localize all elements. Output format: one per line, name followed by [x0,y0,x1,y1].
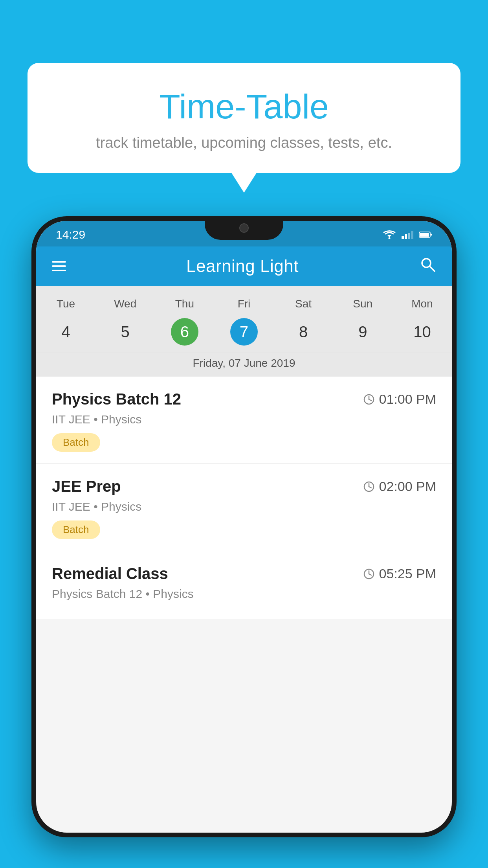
schedule-item-3-time: 05:25 PM [363,566,436,581]
schedule-item-2-subtitle: IIT JEE • Physics [52,500,436,513]
day-header-sat: Sat [274,298,333,310]
svg-rect-4 [408,233,410,239]
selected-date-label: Friday, 07 June 2019 [36,353,452,377]
schedule-item-1-header: Physics Batch 12 01:00 PM [52,390,436,408]
speech-bubble-title: Time-Table [43,86,445,127]
schedule-item-2-time: 02:00 PM [363,479,436,494]
speech-bubble-subtitle: track timetable, upcoming classes, tests… [43,134,445,151]
day-header-sun: Sun [333,298,393,310]
clock-icon-3 [363,568,375,580]
schedule-list: Physics Batch 12 01:00 PM IIT JEE • Phys… [36,377,452,620]
schedule-item-2-badge: Batch [52,520,100,539]
svg-point-1 [389,237,391,239]
phone-frame: 14:29 [31,216,457,837]
hamburger-line-2 [52,265,66,267]
schedule-item-3-header: Remedial Class 05:25 PM [52,565,436,583]
hamburger-line-1 [52,261,66,263]
day-header-mon: Mon [393,298,452,310]
phone-screen: 14:29 [36,221,452,833]
hamburger-line-3 [52,270,66,271]
status-time: 14:29 [56,228,85,241]
schedule-item-2-title: JEE Prep [52,478,121,495]
signal-icon [401,230,414,239]
svg-rect-3 [405,234,407,239]
day-header-wed: Wed [95,298,155,310]
day-header-fri: Fri [214,298,273,310]
day-7-selected[interactable]: 7 [230,318,258,346]
app-title: Learning Light [186,256,299,276]
speech-bubble-card: Time-Table track timetable, upcoming cla… [28,63,460,173]
svg-rect-2 [402,236,404,239]
svg-line-16 [369,487,371,488]
svg-rect-5 [411,231,413,239]
svg-point-9 [422,259,431,267]
schedule-item-3[interactable]: Remedial Class 05:25 PM Physics Batch 12… [36,551,452,620]
battery-icon [419,230,432,239]
svg-line-10 [430,267,435,271]
schedule-item-2[interactable]: JEE Prep 02:00 PM IIT JEE • Physics Batc… [36,464,452,551]
day-headers: Tue Wed Thu Fri Sat Sun Mon [36,294,452,314]
day-4[interactable]: 4 [36,318,95,346]
hamburger-menu-icon[interactable] [52,261,66,271]
day-10[interactable]: 10 [393,318,452,346]
status-icons [383,230,432,239]
day-numbers: 4 5 6 7 8 9 10 [36,314,452,353]
schedule-item-1-title: Physics Batch 12 [52,390,181,408]
schedule-item-1-time: 01:00 PM [363,392,436,407]
app-header: Learning Light [36,246,452,286]
clock-icon-1 [363,394,375,405]
svg-rect-8 [431,234,432,235]
phone-notch [205,216,283,240]
day-6-today[interactable]: 6 [171,318,198,346]
camera-icon [239,223,249,233]
day-5[interactable]: 5 [95,318,155,346]
calendar-section: Tue Wed Thu Fri Sat Sun Mon 4 5 6 7 8 9 … [36,286,452,377]
search-icon[interactable] [419,256,436,277]
svg-line-13 [369,399,371,401]
svg-rect-7 [420,233,429,237]
day-9[interactable]: 9 [333,318,393,346]
schedule-item-2-header: JEE Prep 02:00 PM [52,478,436,495]
day-header-tue: Tue [36,298,95,310]
schedule-item-1-badge: Batch [52,433,100,452]
svg-marker-0 [387,235,391,237]
phone-container: 14:29 [31,216,457,868]
schedule-item-1-subtitle: IIT JEE • Physics [52,413,436,426]
clock-icon-2 [363,481,375,493]
wifi-icon [383,230,396,239]
schedule-item-3-subtitle: Physics Batch 12 • Physics [52,587,436,601]
schedule-item-1[interactable]: Physics Batch 12 01:00 PM IIT JEE • Phys… [36,377,452,464]
day-header-thu: Thu [155,298,214,310]
svg-line-19 [369,574,371,575]
day-8[interactable]: 8 [274,318,333,346]
schedule-item-3-title: Remedial Class [52,565,168,583]
